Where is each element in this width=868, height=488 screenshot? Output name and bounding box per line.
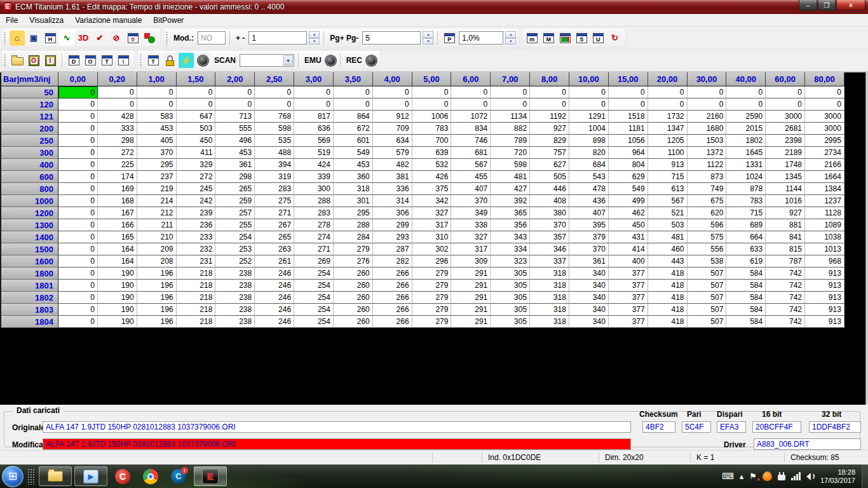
map-cell[interactable]: 1291 xyxy=(569,111,609,123)
row-header[interactable]: 1400 xyxy=(1,231,58,243)
map-cell[interactable]: 519 xyxy=(294,147,334,159)
toolbar-grip[interactable] xyxy=(3,53,6,67)
map-cell[interactable]: 392 xyxy=(491,195,530,207)
map-cell[interactable]: 284 xyxy=(334,231,373,243)
map-cell[interactable]: 318 xyxy=(530,280,569,292)
volume-tray-icon[interactable] xyxy=(806,473,815,480)
map-cell[interactable]: 343 xyxy=(491,231,530,243)
map-cell[interactable]: 306 xyxy=(373,207,412,219)
taskbar-grip[interactable] xyxy=(27,468,35,485)
map-cell[interactable]: 0 xyxy=(373,86,412,98)
map-cell[interactable]: 0 xyxy=(412,98,452,111)
map-cell[interactable]: 212 xyxy=(137,207,177,219)
map-cell[interactable]: 742 xyxy=(766,268,805,280)
map-cell[interactable]: 336 xyxy=(373,183,412,195)
map-cell[interactable]: 1732 xyxy=(648,111,688,123)
close-button[interactable]: × xyxy=(836,0,865,11)
map-cell[interactable]: 0 xyxy=(766,98,805,111)
pari-field[interactable]: 5C4F xyxy=(682,421,711,433)
map-cell[interactable]: 298 xyxy=(98,135,137,147)
map-cell[interactable]: 370 xyxy=(569,243,609,255)
column-header[interactable]: 3,00 xyxy=(294,72,334,86)
map-cell[interactable]: 334 xyxy=(491,243,530,255)
map-cell[interactable]: 0 xyxy=(726,98,766,111)
map-cell[interactable]: 713 xyxy=(215,111,255,123)
map-cell[interactable]: 543 xyxy=(569,171,609,183)
hidden-icons-button[interactable]: ▴ xyxy=(740,471,744,481)
column-header[interactable]: 3,50 xyxy=(334,72,373,86)
map-cell[interactable]: 394 xyxy=(255,159,294,171)
map-cell[interactable]: 505 xyxy=(530,171,569,183)
table-window-icon[interactable]: T xyxy=(146,53,161,68)
map-cell[interactable]: 1802 xyxy=(726,135,766,147)
mod-field[interactable]: NO xyxy=(198,31,226,44)
map-cell[interactable]: 208 xyxy=(137,255,177,268)
map-cell[interactable]: 503 xyxy=(177,123,216,135)
map-cell[interactable]: 218 xyxy=(177,292,216,304)
map-cell[interactable]: 787 xyxy=(766,255,805,268)
toolbar-grip[interactable] xyxy=(165,31,168,45)
map-cell[interactable]: 0 xyxy=(58,207,98,219)
map-cell[interactable]: 252 xyxy=(215,255,255,268)
map-cell[interactable]: 556 xyxy=(688,243,727,255)
column-header[interactable]: 8,00 xyxy=(530,72,569,86)
graph-2d-icon[interactable]: ∿ xyxy=(59,30,74,46)
map-cell[interactable]: 377 xyxy=(609,316,648,328)
dispari-field[interactable]: EFA3 xyxy=(717,421,746,433)
map-cell[interactable]: 318 xyxy=(530,268,569,280)
map-cell[interactable]: 521 xyxy=(648,207,688,219)
map-cell[interactable]: 878 xyxy=(726,183,766,195)
map-cell[interactable]: 700 xyxy=(412,135,452,147)
keyboard-tray-icon[interactable]: ⌨ xyxy=(722,471,734,481)
map-cell[interactable]: 613 xyxy=(648,183,688,195)
map-cell[interactable]: 0 xyxy=(609,86,648,98)
map-cell[interactable]: 279 xyxy=(412,280,452,292)
map-cell[interactable]: 715 xyxy=(726,207,766,219)
map-cell[interactable]: 0 xyxy=(58,123,98,135)
map-cell[interactable]: 260 xyxy=(334,316,373,328)
map-cell[interactable]: 1134 xyxy=(491,111,530,123)
map-cell[interactable]: 555 xyxy=(215,123,255,135)
bit32-field[interactable]: 1DDF4BF2 xyxy=(809,421,861,433)
map-cell[interactable]: 257 xyxy=(215,207,255,219)
taskbar-item-chrome[interactable] xyxy=(138,466,163,486)
map-cell[interactable]: 314 xyxy=(373,195,412,207)
map-cell[interactable]: 361 xyxy=(215,159,255,171)
map-cell[interactable]: 349 xyxy=(451,207,491,219)
map-cell[interactable]: 567 xyxy=(648,195,688,207)
window-M-icon[interactable]: M xyxy=(541,30,556,46)
map-cell[interactable]: 267 xyxy=(255,219,294,231)
map-cell[interactable]: 379 xyxy=(569,231,609,243)
map-cell[interactable]: 276 xyxy=(334,255,373,268)
map-cell[interactable]: 323 xyxy=(491,255,530,268)
column-header[interactable]: 0,20 xyxy=(98,72,137,86)
map-cell[interactable]: 535 xyxy=(255,135,294,147)
map-cell[interactable]: 0 xyxy=(569,86,609,98)
start-button[interactable]: ⊞ xyxy=(2,466,24,487)
row-header[interactable]: 1500 xyxy=(1,243,58,255)
map-cell[interactable]: 190 xyxy=(98,316,137,328)
map-cell[interactable]: 927 xyxy=(766,207,805,219)
map-cell[interactable]: 218 xyxy=(177,316,216,328)
map-cell[interactable]: 1122 xyxy=(688,159,727,171)
percent-window-icon[interactable]: P xyxy=(442,30,457,46)
map-cell[interactable]: 2160 xyxy=(688,111,727,123)
map-cell[interactable]: 305 xyxy=(491,280,530,292)
map-cell[interactable]: 329 xyxy=(177,159,216,171)
map-cell[interactable]: 0 xyxy=(58,280,98,292)
taskbar-item-optimizer[interactable]: C! xyxy=(166,466,191,486)
map-cell[interactable]: 246 xyxy=(255,316,294,328)
map-cell[interactable]: 245 xyxy=(177,183,216,195)
map-cell[interactable]: 0 xyxy=(569,98,609,111)
map-cell[interactable]: 340 xyxy=(569,292,609,304)
map-cell[interactable]: 254 xyxy=(294,280,334,292)
cancel-edit-icon[interactable]: ⊘ xyxy=(109,30,124,46)
map-cell[interactable]: 259 xyxy=(215,195,255,207)
map-cell[interactable]: 0 xyxy=(491,86,530,98)
map-cell[interactable]: 507 xyxy=(688,268,727,280)
map-cell[interactable]: 260 xyxy=(334,268,373,280)
map-cell[interactable]: 478 xyxy=(569,183,609,195)
map-cell[interactable]: 266 xyxy=(373,280,412,292)
map-cell[interactable]: 288 xyxy=(334,219,373,231)
scan-dropdown[interactable]: ▼ xyxy=(240,54,294,67)
